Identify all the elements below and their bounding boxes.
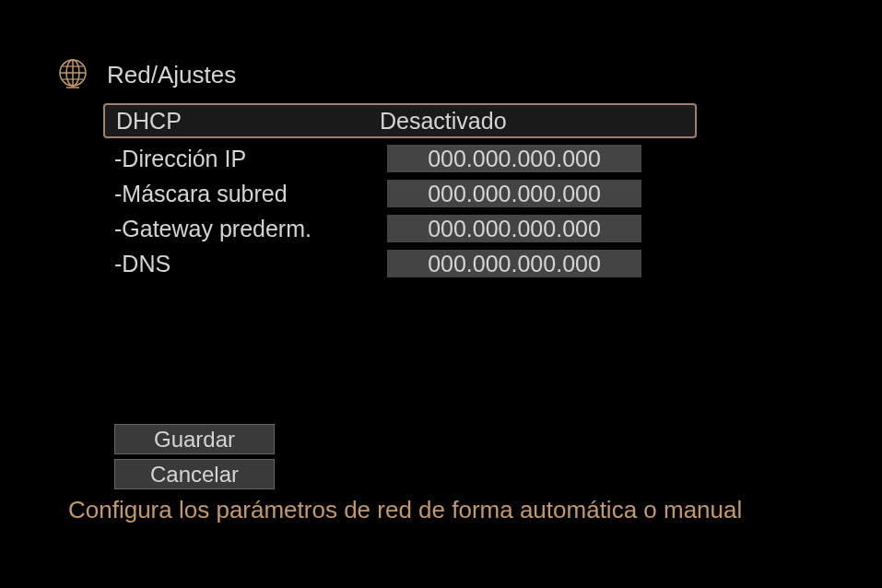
- globe-icon: [55, 57, 90, 92]
- dns-label: -DNS: [111, 251, 387, 277]
- dhcp-value: Desactivado: [380, 108, 507, 135]
- ip-input[interactable]: 000.000.000.000: [387, 145, 641, 172]
- gateway-field-row: -Gateway prederm. 000.000.000.000: [103, 214, 697, 243]
- dns-field-row: -DNS 000.000.000.000: [103, 249, 697, 278]
- gateway-input[interactable]: 000.000.000.000: [387, 215, 641, 242]
- subnet-label: -Máscara subred: [111, 181, 387, 207]
- help-text: Configura los parámetros de red de forma…: [68, 496, 742, 524]
- cancel-button[interactable]: Cancelar: [114, 459, 275, 489]
- page-title: Red/Ajustes: [107, 61, 236, 89]
- ip-label: -Dirección IP: [111, 146, 387, 172]
- dhcp-label: DHCP: [112, 108, 380, 135]
- subnet-field-row: -Máscara subred 000.000.000.000: [103, 179, 697, 208]
- gateway-label: -Gateway prederm.: [111, 216, 387, 242]
- header: Red/Ajustes: [55, 57, 236, 92]
- dns-input[interactable]: 000.000.000.000: [387, 250, 641, 277]
- subnet-input[interactable]: 000.000.000.000: [387, 180, 641, 207]
- save-button[interactable]: Guardar: [114, 424, 275, 454]
- ip-field-row: -Dirección IP 000.000.000.000: [103, 144, 697, 173]
- settings-menu: DHCP Desactivado -Dirección IP 000.000.0…: [103, 103, 697, 278]
- action-buttons: Guardar Cancelar: [114, 424, 275, 494]
- dhcp-setting[interactable]: DHCP Desactivado: [103, 103, 697, 138]
